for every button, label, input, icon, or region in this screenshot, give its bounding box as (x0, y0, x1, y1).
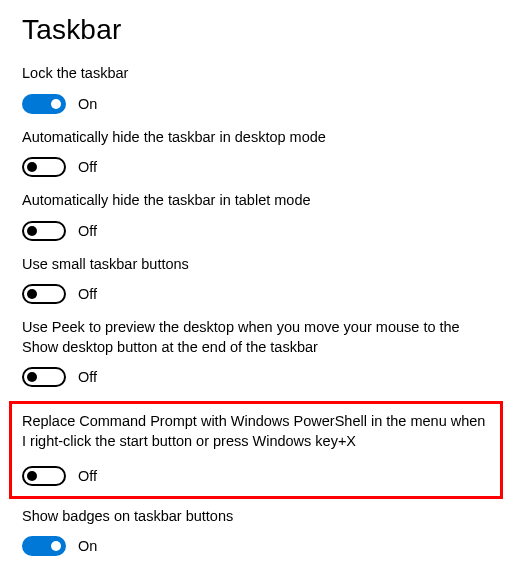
setting-label: Show badges on taskbar buttons (22, 507, 493, 527)
toggle-small-buttons[interactable] (22, 284, 66, 304)
toggle-peek-preview[interactable] (22, 367, 66, 387)
setting-label: Automatically hide the taskbar in deskto… (22, 128, 493, 148)
toggle-knob-icon (27, 289, 37, 299)
setting-replace-cmd-powershell: Replace Command Prompt with Windows Powe… (22, 412, 490, 485)
toggle-knob-icon (27, 372, 37, 382)
setting-small-buttons: Use small taskbar buttons Off (22, 255, 493, 305)
setting-label: Use small taskbar buttons (22, 255, 493, 275)
setting-label: Automatically hide the taskbar in tablet… (22, 191, 493, 211)
setting-label: Use Peek to preview the desktop when you… (22, 318, 493, 357)
toggle-row: Off (22, 367, 493, 387)
toggle-show-badges[interactable] (22, 536, 66, 556)
page-title: Taskbar (22, 14, 493, 46)
toggle-state-label: Off (78, 286, 97, 302)
toggle-state-label: Off (78, 159, 97, 175)
toggle-row: Off (22, 284, 493, 304)
toggle-state-label: On (78, 538, 97, 554)
toggle-row: On (22, 94, 493, 114)
setting-label: Replace Command Prompt with Windows Powe… (22, 412, 490, 451)
setting-show-badges: Show badges on taskbar buttons On (22, 507, 493, 557)
toggle-auto-hide-desktop[interactable] (22, 157, 66, 177)
toggle-lock-taskbar[interactable] (22, 94, 66, 114)
setting-auto-hide-tablet: Automatically hide the taskbar in tablet… (22, 191, 493, 241)
toggle-knob-icon (27, 226, 37, 236)
toggle-knob-icon (27, 162, 37, 172)
toggle-row: On (22, 536, 493, 556)
toggle-replace-cmd-powershell[interactable] (22, 466, 66, 486)
toggle-knob-icon (51, 541, 61, 551)
setting-auto-hide-desktop: Automatically hide the taskbar in deskto… (22, 128, 493, 178)
toggle-knob-icon (51, 99, 61, 109)
setting-lock-taskbar: Lock the taskbar On (22, 64, 493, 114)
setting-label: Lock the taskbar (22, 64, 493, 84)
toggle-row: Off (22, 221, 493, 241)
toggle-state-label: Off (78, 223, 97, 239)
toggle-knob-icon (27, 471, 37, 481)
toggle-row: Off (22, 466, 490, 486)
toggle-state-label: On (78, 96, 97, 112)
setting-peek-preview: Use Peek to preview the desktop when you… (22, 318, 493, 387)
toggle-row: Off (22, 157, 493, 177)
highlight-annotation: Replace Command Prompt with Windows Powe… (9, 401, 503, 498)
toggle-auto-hide-tablet[interactable] (22, 221, 66, 241)
toggle-state-label: Off (78, 369, 97, 385)
toggle-state-label: Off (78, 468, 97, 484)
